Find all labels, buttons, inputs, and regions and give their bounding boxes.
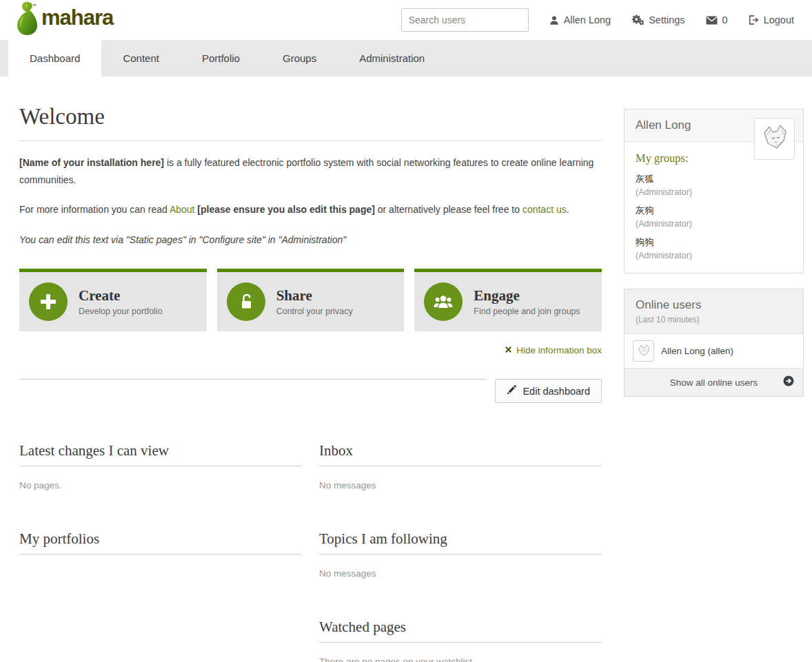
section-my-portfolios: My portfolios <box>19 530 302 579</box>
section-latest-changes: Latest changes I can view No pages. <box>19 442 302 490</box>
about-link[interactable]: About <box>170 204 195 215</box>
profile-avatar[interactable] <box>754 118 795 160</box>
section-empty-text: No messages <box>319 568 602 579</box>
edit-page-note: [please ensure you also edit this page] <box>194 204 374 215</box>
section-empty-text: No pages. <box>19 480 302 490</box>
main-navigation: Dashboard Content Portfolio Groups Admin… <box>0 40 812 76</box>
online-user-name[interactable]: Allen Long (allen) <box>661 346 733 356</box>
logo-wordmark: mahara <box>41 7 113 28</box>
section-title: My portfolios <box>19 530 302 555</box>
mahara-logo[interactable]: mahara <box>15 1 113 39</box>
online-user-avatar[interactable] <box>633 340 654 362</box>
divider <box>19 379 487 380</box>
section-empty-text: There are no pages on your watchlist. <box>319 656 602 662</box>
logout-link[interactable]: Logout <box>749 14 794 25</box>
more-info-paragraph: For more information you can read About … <box>19 201 602 218</box>
section-topics-following: Topics I am following No messages <box>319 530 602 579</box>
online-users-title: Online users <box>636 298 792 312</box>
group-role: (Administrator) <box>636 187 792 197</box>
group-link[interactable]: 狗狗 <box>636 236 792 249</box>
user-icon <box>549 15 559 25</box>
group-item: 灰狐 (Administrator) <box>636 173 792 197</box>
share-card-subtitle: Control your privacy <box>276 307 353 316</box>
content-area: Welcome [Name of your installation here]… <box>0 76 812 662</box>
logout-icon <box>749 15 759 25</box>
edit-dashboard-row: Edit dashboard <box>19 379 602 403</box>
online-users-header: Online users (Last 10 minutes) <box>625 289 803 334</box>
create-card[interactable]: Create Develop your portfolio <box>19 269 207 331</box>
share-card-title: Share <box>276 287 353 304</box>
main-column: Welcome [Name of your installation here]… <box>19 76 602 662</box>
arrow-circle-icon[interactable] <box>783 375 794 389</box>
create-card-title: Create <box>79 287 163 304</box>
top-bar: mahara Allen Long <box>0 0 812 40</box>
search-input[interactable] <box>401 8 529 32</box>
page-title: Welcome <box>19 104 602 141</box>
group-role: (Administrator) <box>636 219 792 229</box>
settings-link[interactable]: Settings <box>631 14 684 25</box>
hide-info-row: Hide information box <box>19 344 602 356</box>
share-card[interactable]: Share Control your privacy <box>217 269 405 331</box>
group-role: (Administrator) <box>636 251 792 260</box>
inbox-link[interactable]: 0 <box>706 14 728 25</box>
section-title: Latest changes I can view <box>19 442 302 466</box>
tab-administration[interactable]: Administration <box>338 40 446 76</box>
edit-dashboard-button[interactable]: Edit dashboard <box>495 379 602 403</box>
tab-content[interactable]: Content <box>101 40 181 76</box>
online-user-row: Allen Long (allen) <box>625 334 803 368</box>
profile-panel: Allen Long My groups: 灰狐 (Administrator)… <box>624 109 804 273</box>
user-menu-link[interactable]: Allen Long <box>549 14 611 25</box>
section-watched-pages: Watched pages There are no pages on your… <box>319 619 602 662</box>
online-users-subtitle: (Last 10 minutes) <box>636 315 792 324</box>
group-link[interactable]: 灰狗 <box>636 205 792 217</box>
unlock-icon <box>227 282 265 321</box>
pencil-icon <box>507 385 516 397</box>
engage-card-title: Engage <box>474 287 580 304</box>
top-bar-links: Allen Long <box>401 8 794 32</box>
cogs-icon <box>631 14 644 25</box>
intro-paragraph: [Name of your installation here] is a fu… <box>19 154 602 188</box>
group-item: 狗狗 (Administrator) <box>636 236 792 260</box>
envelope-icon <box>706 16 718 25</box>
quick-links-row: Create Develop your portfolio Share Cont… <box>19 269 602 331</box>
profile-panel-body: My groups: 灰狐 (Administrator) 灰狗 (Admini… <box>625 142 803 273</box>
section-title: Topics I am following <box>319 530 602 555</box>
installation-name: [Name of your installation here] <box>19 157 164 168</box>
group-link[interactable]: 灰狐 <box>636 173 792 185</box>
close-icon <box>505 345 512 355</box>
group-item: 灰狗 (Administrator) <box>636 205 792 229</box>
hide-information-box-link[interactable]: Hide information box <box>505 345 602 355</box>
tab-groups[interactable]: Groups <box>261 40 338 76</box>
users-icon <box>424 282 463 321</box>
engage-card-subtitle: Find people and join groups <box>474 307 580 316</box>
show-all-online-users-link[interactable]: Show all online users <box>670 377 758 388</box>
section-inbox: Inbox No messages <box>319 442 602 490</box>
create-card-subtitle: Develop your portfolio <box>79 307 163 316</box>
static-pages-note: You can edit this text via "Static pages… <box>19 231 602 249</box>
online-users-panel: Online users (Last 10 minutes) Allen Lon… <box>624 289 804 397</box>
tab-dashboard[interactable]: Dashboard <box>8 40 101 76</box>
inbox-count: 0 <box>722 14 728 25</box>
section-empty-text: No messages <box>319 480 602 490</box>
contact-us-link[interactable]: contact us <box>522 204 567 215</box>
dashboard-sections: Latest changes I can view No pages. Inbo… <box>19 442 602 662</box>
section-title: Watched pages <box>319 619 602 643</box>
online-users-footer: Show all online users <box>625 368 803 396</box>
sidebar: Allen Long My groups: 灰狐 (Administrator)… <box>624 109 804 662</box>
mahara-leaf-icon <box>15 1 40 39</box>
plus-icon <box>29 282 68 321</box>
section-title: Inbox <box>319 442 602 466</box>
engage-card[interactable]: Engage Find people and join groups <box>414 269 602 331</box>
tab-portfolio[interactable]: Portfolio <box>181 40 261 76</box>
